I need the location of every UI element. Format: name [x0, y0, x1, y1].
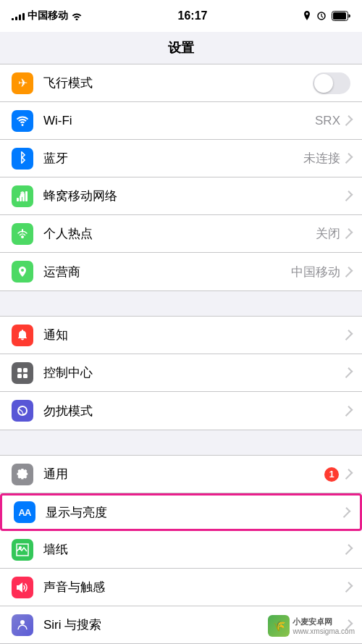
control-label: 控制中心: [43, 364, 345, 381]
airplane-row[interactable]: ✈ 飞行模式: [0, 64, 362, 102]
gap-1: [0, 291, 362, 316]
page-title-bar: 设置: [0, 32, 362, 64]
svg-rect-3: [17, 198, 19, 201]
bluetooth-label: 蓝牙: [43, 150, 303, 167]
display-brightness-row[interactable]: AA 显示与亮度: [0, 493, 362, 531]
general-badge: 1: [324, 467, 339, 482]
wifi-chevron: [342, 115, 353, 126]
time-display: 16:17: [178, 9, 208, 22]
wifi-value: SRX: [315, 114, 340, 128]
display-icon: AA: [14, 501, 35, 523]
gap-2: [0, 430, 362, 455]
airplane-icon: ✈: [12, 72, 33, 94]
bluetooth-row[interactable]: ᛒ 蓝牙 未连接: [0, 140, 362, 177]
wifi-label: Wi-Fi: [43, 114, 315, 128]
battery-icon: [332, 11, 350, 21]
carrier-row[interactable]: 运营商 中国移动: [0, 253, 362, 290]
general-row[interactable]: 通用 1: [0, 456, 362, 493]
carrier-label: 运营商: [43, 264, 291, 280]
network-section: ✈ 飞行模式 Wi-Fi SRX ᛒ 蓝牙 未连接: [0, 64, 362, 291]
control-center-row[interactable]: 控制中心: [0, 354, 362, 392]
bluetooth-chevron: [342, 153, 353, 164]
cellular-row[interactable]: 蜂窝移动网络: [0, 177, 362, 215]
hotspot-label: 个人热点: [43, 225, 316, 242]
svg-rect-2: [333, 12, 346, 20]
sounds-icon: [12, 577, 33, 598]
general-chevron: [342, 469, 353, 480]
signal-icon: [12, 12, 25, 20]
carrier-label: 中国移动: [28, 9, 68, 22]
wifi-row[interactable]: Wi-Fi SRX: [0, 102, 362, 140]
watermark-text: 小麦安卓网 www.xmsigma.com: [292, 616, 355, 635]
page-title: 设置: [168, 39, 194, 57]
dnd-icon: [12, 400, 33, 422]
toggle-knob: [314, 74, 333, 93]
svg-rect-10: [17, 368, 22, 372]
alarm-icon: [315, 12, 328, 20]
wallpaper-icon: [12, 539, 33, 561]
carrier-icon: [12, 261, 33, 283]
carrier-chevron: [342, 267, 353, 277]
general-label: 通用: [43, 466, 324, 482]
wifi-row-icon: [12, 110, 33, 132]
notification-row[interactable]: 通知: [0, 317, 362, 354]
airplane-toggle[interactable]: [313, 72, 350, 94]
dnd-row[interactable]: 勿扰模式: [0, 392, 362, 430]
location-icon: [303, 11, 311, 21]
dnd-label: 勿扰模式: [43, 403, 345, 419]
notification-icon: [12, 325, 33, 346]
hotspot-chevron: [342, 228, 353, 239]
bluetooth-value: 未连接: [303, 150, 340, 167]
system-section: 通知 控制中心 勿扰模式: [0, 316, 362, 430]
wallpaper-label: 墙纸: [43, 541, 345, 558]
general-icon: [12, 464, 33, 485]
control-icon: [12, 362, 33, 384]
status-icons: [303, 11, 350, 21]
svg-rect-13: [23, 374, 28, 378]
hotspot-value: 关闭: [316, 225, 340, 242]
status-bar: 中国移动 16:17: [0, 0, 362, 32]
wifi-icon: [71, 12, 83, 20]
display-label: 显示与亮度: [46, 504, 342, 521]
siri-icon: [12, 614, 33, 636]
airplane-label: 飞行模式: [43, 75, 313, 91]
svg-point-8: [21, 235, 24, 238]
svg-rect-12: [17, 374, 22, 378]
svg-point-15: [20, 620, 25, 624]
sounds-row[interactable]: 声音与触感: [0, 569, 362, 606]
hotspot-icon: [12, 223, 33, 245]
cellular-icon: [12, 185, 33, 207]
notification-label: 通知: [43, 327, 345, 343]
svg-point-7: [21, 193, 25, 196]
hotspot-row[interactable]: 个人热点 关闭: [0, 215, 362, 253]
carrier-value: 中国移动: [291, 264, 340, 280]
sounds-label: 声音与触感: [43, 579, 345, 595]
svg-rect-6: [25, 191, 28, 201]
bluetooth-icon: ᛒ: [12, 148, 33, 170]
wallpaper-row[interactable]: 墙纸: [0, 531, 362, 569]
watermark-logo: 🌾: [268, 615, 290, 637]
svg-rect-11: [23, 368, 28, 372]
watermark: 🌾 小麦安卓网 www.xmsigma.com: [268, 615, 355, 637]
cellular-label: 蜂窝移动网络: [43, 188, 345, 204]
carrier-signal: 中国移动: [12, 9, 83, 22]
